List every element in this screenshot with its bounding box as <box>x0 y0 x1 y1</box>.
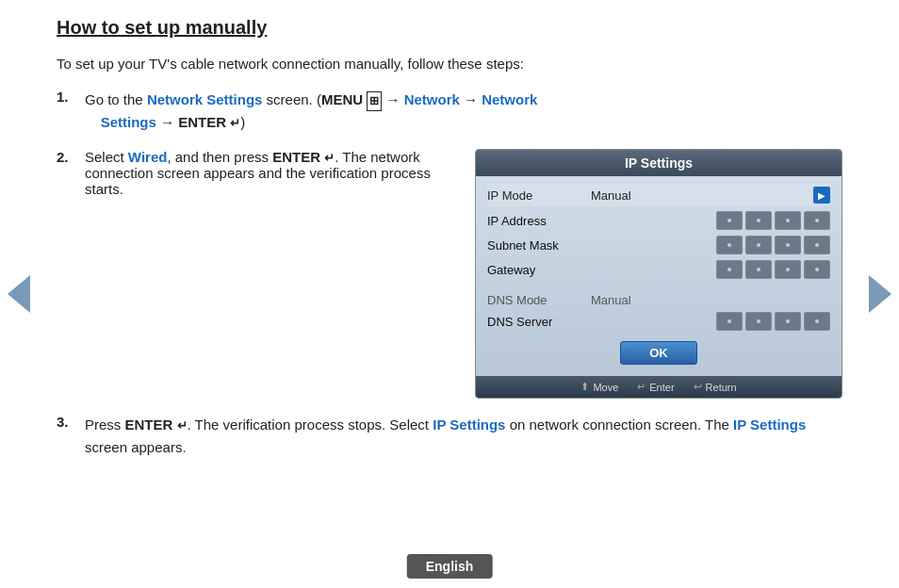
ip-box-2 <box>745 211 772 230</box>
ip-mode-value: Manual ▶ <box>591 187 830 204</box>
ok-button[interactable]: OK <box>620 341 697 365</box>
return-icon: ↩ <box>694 381 702 393</box>
dns-mode-label: DNS Mode <box>487 293 591 307</box>
enter-icon-2: ↵ <box>324 151 335 165</box>
ip-mode-arrow[interactable]: ▶ <box>813 187 830 204</box>
subnet-box-2 <box>745 236 772 254</box>
dns-box-4 <box>804 312 830 331</box>
dns-server-row: DNS Server <box>487 309 830 334</box>
gateway-label: Gateway <box>487 263 591 277</box>
dns-mode-value: Manual <box>591 293 631 307</box>
footer-return: ↩ Return <box>694 381 737 393</box>
step-3-content: Press ENTER ↵. The verification process … <box>85 414 842 459</box>
dns-box-3 <box>775 312 801 331</box>
network-settings-link-1: Network Settings <box>147 91 263 107</box>
gateway-boxes <box>591 260 830 279</box>
language-badge: English <box>407 554 493 579</box>
ip-footer: ⬆ Move ↵ Enter ↩ Return <box>476 376 842 398</box>
menu-icon: ⊞ <box>367 91 382 111</box>
gateway-input <box>716 260 830 279</box>
ip-address-boxes <box>591 211 830 230</box>
main-content: How to set up manually To set up your TV… <box>0 0 899 459</box>
footer-enter-label: Enter <box>649 382 674 393</box>
ip-settings-link-2: IP Settings <box>733 416 806 433</box>
ip-address-input <box>716 211 830 230</box>
dns-server-label: DNS Server <box>487 315 591 329</box>
divider <box>487 282 830 291</box>
step-2: 2. Select Wired, and then press ENTER ↵.… <box>57 149 842 399</box>
enter-keyword-1: ENTER ↵ <box>178 114 240 130</box>
ip-mode-label: IP Mode <box>487 188 591 203</box>
footer-move-label: Move <box>593 382 618 393</box>
network-link-1: Network <box>404 91 460 107</box>
gateway-box-1 <box>716 260 743 279</box>
ip-box-1 <box>716 211 743 230</box>
steps-list: 1. Go to the Network Settings screen. (M… <box>57 89 842 459</box>
page-title: How to set up manually <box>57 17 842 39</box>
ip-mode-text: Manual <box>591 188 631 203</box>
dns-server-input <box>716 312 830 331</box>
gateway-row: Gateway <box>487 257 830 282</box>
dns-mode-row: DNS Mode Manual <box>487 291 830 309</box>
step-1: 1. Go to the Network Settings screen. (M… <box>57 89 842 134</box>
subnet-mask-label: Subnet Mask <box>487 238 591 253</box>
ip-mode-row: IP Mode Manual ▶ <box>487 184 830 206</box>
step-3: 3. Press ENTER ↵. The verification proce… <box>57 414 842 459</box>
gateway-box-2 <box>745 260 772 279</box>
menu-keyword: MENU ⊞ <box>321 91 382 107</box>
ip-settings-body: IP Mode Manual ▶ IP Address <box>476 176 842 376</box>
ip-address-label: IP Address <box>487 214 591 228</box>
ip-settings-panel: IP Settings IP Mode Manual ▶ IP <box>475 149 842 399</box>
ip-box-3 <box>775 211 801 230</box>
wired-link: Wired <box>128 149 168 165</box>
gateway-box-3 <box>775 260 801 279</box>
footer-enter: ↵ Enter <box>637 381 674 393</box>
step-2-text: Select Wired, and then press ENTER ↵. Th… <box>85 149 456 197</box>
step-1-content: Go to the Network Settings screen. (MENU… <box>85 89 842 134</box>
enter-icon-3: ↵ <box>177 416 188 436</box>
intro-text: To set up your TV's cable network connec… <box>57 56 842 72</box>
subnet-box-4 <box>804 236 830 254</box>
dns-box-1 <box>716 312 743 331</box>
ok-row: OK <box>487 341 830 365</box>
footer-return-label: Return <box>706 382 737 393</box>
ip-settings-title: IP Settings <box>476 150 842 176</box>
enter-footer-icon: ↵ <box>637 381 646 393</box>
enter-keyword-2: ENTER ↵ <box>272 149 335 165</box>
subnet-box-3 <box>775 236 801 254</box>
enter-icon-1: ↵ <box>230 114 240 134</box>
subnet-mask-row: Subnet Mask <box>487 233 830 257</box>
ip-box-4 <box>804 211 830 230</box>
ip-settings-link-1: IP Settings <box>433 416 505 433</box>
ip-address-row: IP Address <box>487 208 830 233</box>
move-icon: ⬆ <box>580 381 589 393</box>
dns-server-boxes <box>591 312 830 331</box>
step-2-wrapper: Select Wired, and then press ENTER ↵. Th… <box>85 149 842 399</box>
subnet-mask-boxes <box>591 236 830 254</box>
gateway-box-4 <box>804 260 830 279</box>
dns-box-2 <box>745 312 772 331</box>
step-3-number: 3. <box>57 414 85 430</box>
enter-keyword-3: ENTER ↵ <box>125 416 188 433</box>
subnet-mask-input <box>716 236 830 254</box>
step-2-number: 2. <box>57 149 85 165</box>
step-1-number: 1. <box>57 89 85 105</box>
subnet-box-1 <box>716 236 743 254</box>
footer-move: ⬆ Move <box>580 381 618 393</box>
